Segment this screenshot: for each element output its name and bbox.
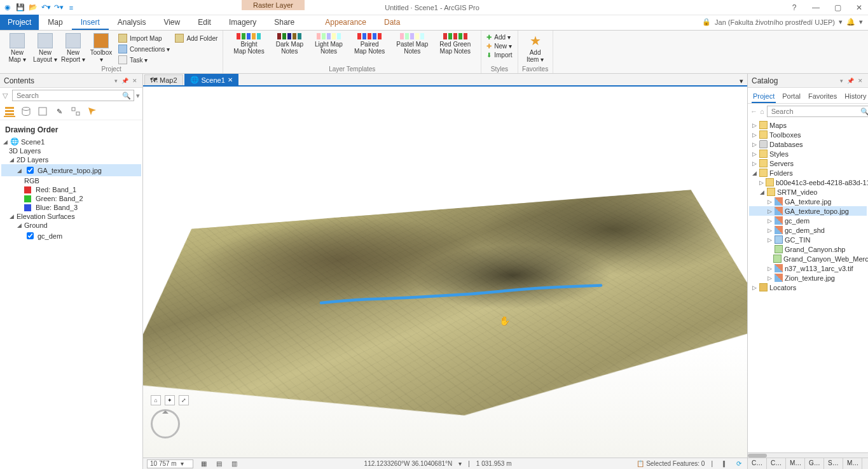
map-notes-button[interactable]: Light Map Notes xyxy=(315,33,343,55)
add-item-button[interactable]: ★AddItem ▾ xyxy=(522,32,549,64)
add-style-button[interactable]: ✚Add ▾ xyxy=(485,33,513,41)
bottom-tab[interactable]: Cr… xyxy=(767,458,786,469)
list-by-editing-icon[interactable]: ✎ xyxy=(53,106,65,117)
bottom-tab[interactable]: M… xyxy=(843,458,862,469)
nav-north-button[interactable]: ✦ xyxy=(165,395,175,405)
add-folder-button[interactable]: Add Folder xyxy=(174,33,219,43)
notification-dropdown-icon[interactable]: ▾ xyxy=(859,18,863,26)
list-by-selection-icon[interactable] xyxy=(37,106,48,117)
dem-visibility-checkbox[interactable] xyxy=(27,232,34,239)
toc-dem[interactable]: gc_dem xyxy=(1,230,141,242)
autohide-button[interactable]: ▾ xyxy=(839,78,844,84)
catalog-search-input[interactable] xyxy=(770,107,860,116)
toc-3d-layers[interactable]: 3D Layers xyxy=(1,146,141,155)
tab-imagery[interactable]: Imagery xyxy=(220,15,265,30)
map-notes-button[interactable]: Bright Map Notes xyxy=(233,33,264,55)
maximize-button[interactable]: ▢ xyxy=(831,3,844,12)
catalog-file[interactable]: ▷Grand_Canyon.shp xyxy=(749,244,867,254)
new-layout-button[interactable]: NewLayout ▾ xyxy=(32,32,59,65)
scale-selector[interactable]: 10 757 m▾ xyxy=(147,459,193,468)
view-tab-map2[interactable]: 🗺Map2 xyxy=(144,74,183,85)
pin-icon[interactable]: 📌 xyxy=(846,78,855,84)
bottom-tab[interactable]: M… xyxy=(786,458,805,469)
toc-layer-selected[interactable]: ◢GA_texture_topo.jpg xyxy=(1,164,141,176)
minimize-button[interactable]: — xyxy=(809,3,822,12)
catalog-item-maps[interactable]: ▷Maps xyxy=(749,120,867,130)
close-panel-button[interactable]: ✕ xyxy=(857,78,864,84)
scrollbar-thumb[interactable] xyxy=(748,454,767,458)
nav-mode-button[interactable]: ⌂ xyxy=(151,395,161,405)
connections-button[interactable]: Connections ▾ xyxy=(117,44,171,54)
catalog-folder-srtm[interactable]: ◢SRTM_video xyxy=(749,187,867,197)
catalog-tab-favorites[interactable]: Favorites xyxy=(807,90,838,103)
view-tabs-dropdown[interactable]: ▾ xyxy=(736,77,747,85)
catalog-tab-history[interactable]: History xyxy=(843,90,867,103)
task-button[interactable]: Task ▾ xyxy=(117,55,171,65)
catalog-item-toolboxes[interactable]: ▷Toolboxes xyxy=(749,130,867,139)
close-tab-icon[interactable]: ✕ xyxy=(228,76,233,83)
tab-map[interactable]: Map xyxy=(39,15,71,30)
tab-appearance[interactable]: Appearance xyxy=(316,15,375,30)
layer-visibility-checkbox[interactable] xyxy=(27,167,34,174)
bottom-tab[interactable]: Sy… xyxy=(824,458,843,469)
catalog-item-servers[interactable]: ▷Servers xyxy=(749,158,867,168)
nav-expand-button[interactable]: ⤢ xyxy=(179,395,189,405)
map-notes-button[interactable]: Dark Map Notes xyxy=(276,33,303,55)
catalog-file[interactable]: ▷GA_texture_topo.jpg xyxy=(749,206,867,216)
list-by-snapping-icon[interactable] xyxy=(70,106,81,117)
catalog-file[interactable]: ▷gc_dem xyxy=(749,216,867,225)
catalog-folders[interactable]: ◢Folders xyxy=(749,168,867,178)
redo-icon[interactable]: ↷▾ xyxy=(53,3,64,13)
status-tool-icon[interactable]: ▥ xyxy=(230,459,239,468)
tab-analysis[interactable]: Analysis xyxy=(109,15,155,30)
catalog-file[interactable]: ▷Grand_Canyon_Web_Mercator.shp xyxy=(749,254,867,263)
tab-insert[interactable]: Insert xyxy=(72,15,109,30)
catalog-locators[interactable]: ▷Locators xyxy=(749,283,867,292)
bottom-tab[interactable]: Ca… xyxy=(748,458,767,469)
app-icon[interactable]: ◉ xyxy=(3,3,13,13)
bottom-tab[interactable]: Ge… xyxy=(805,458,824,469)
search-icon[interactable]: 🔍 xyxy=(860,108,868,116)
contents-search-input[interactable] xyxy=(15,91,122,100)
pause-button[interactable]: ∥ xyxy=(719,459,728,468)
search-icon[interactable]: 🔍 xyxy=(122,92,131,100)
map-notes-button[interactable]: Red Green Map Notes xyxy=(439,33,471,55)
back-icon[interactable]: ← xyxy=(750,107,757,116)
list-by-source-icon[interactable] xyxy=(20,106,32,117)
user-dropdown-icon[interactable]: ▾ xyxy=(839,18,843,26)
import-map-button[interactable]: Import Map xyxy=(117,33,171,43)
map-notes-button[interactable]: Pastel Map Notes xyxy=(396,33,428,55)
catalog-item-styles[interactable]: ▷Styles xyxy=(749,149,867,158)
refresh-button[interactable]: ⟳ xyxy=(734,459,743,468)
close-panel-button[interactable]: ✕ xyxy=(131,78,139,84)
view-tab-scene1[interactable]: 🌐Scene1✕ xyxy=(184,74,238,85)
catalog-file[interactable]: ▷GC_TIN xyxy=(749,235,867,244)
tab-data[interactable]: Data xyxy=(375,15,409,30)
status-tool-icon[interactable]: ▦ xyxy=(200,459,209,468)
catalog-folder[interactable]: ▷b00e41c3-eebd-4218-a83d-11daac45 xyxy=(749,178,867,187)
tab-view[interactable]: View xyxy=(155,15,189,30)
catalog-item-databases[interactable]: ▷Databases xyxy=(749,139,867,149)
bell-icon[interactable]: 🔔 xyxy=(846,18,855,26)
toc-elevation[interactable]: ◢Elevation Surfaces xyxy=(1,212,141,221)
map-notes-button[interactable]: Paired Map Notes xyxy=(354,33,385,55)
new-map-button[interactable]: NewMap ▾ xyxy=(4,32,31,65)
pin-icon[interactable]: 📌 xyxy=(120,78,130,84)
tab-share[interactable]: Share xyxy=(265,15,303,30)
undo-icon[interactable]: ↶▾ xyxy=(41,3,51,13)
status-tool-icon[interactable]: ▤ xyxy=(215,459,224,468)
catalog-file[interactable]: ▷GA_texture.jpg xyxy=(749,197,867,206)
toc-2d-layers[interactable]: ◢2D Layers xyxy=(1,155,141,164)
catalog-file[interactable]: ▷n37_w113_1arc_v3.tif xyxy=(749,263,867,273)
tab-edit[interactable]: Edit xyxy=(189,15,220,30)
user-name[interactable]: Jan (Fakulta životního prostředí UJEP) xyxy=(715,18,835,26)
new-style-button[interactable]: ✚New ▾ xyxy=(485,42,513,50)
help-button[interactable]: ? xyxy=(788,3,801,12)
list-by-labeling-icon[interactable] xyxy=(86,106,98,117)
catalog-search[interactable]: 🔍 xyxy=(767,106,868,117)
selected-features[interactable]: 📋 Selected Features: 0 xyxy=(637,460,705,467)
new-report-button[interactable]: NewReport ▾ xyxy=(60,32,86,65)
catalog-tab-project[interactable]: Project xyxy=(752,90,776,103)
close-button[interactable]: ✕ xyxy=(853,3,865,12)
filter-icon[interactable]: ▽ xyxy=(3,92,10,99)
